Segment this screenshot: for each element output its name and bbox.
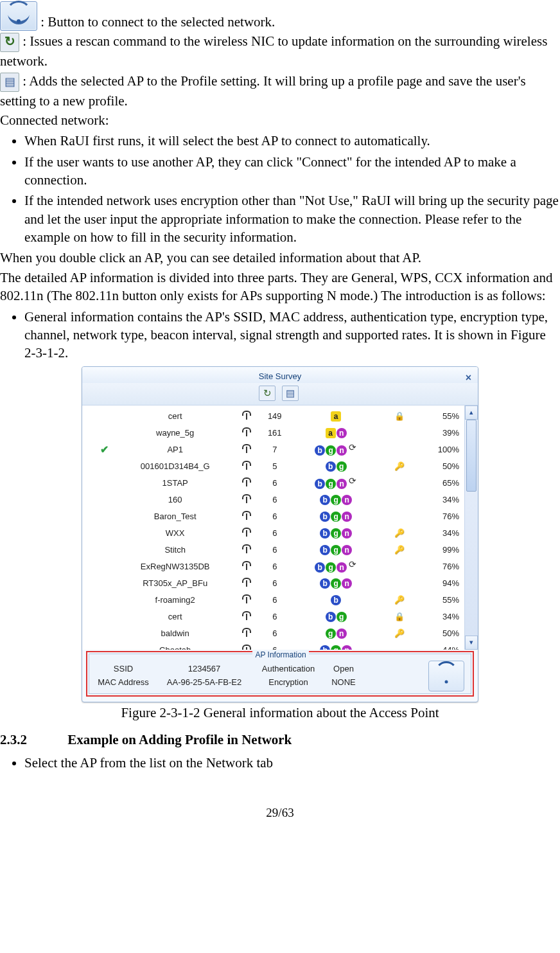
mode-g-badge: g: [331, 645, 341, 650]
ap-signal: 76%: [417, 558, 462, 575]
auth-label: Authentication: [256, 663, 320, 675]
ap-row[interactable]: Baron_Test6bgn76%: [94, 508, 462, 525]
scrollbar[interactable]: ▴ ▾: [464, 405, 478, 650]
antenna-icon: [242, 477, 251, 486]
ap-ssid: Baron_Test: [115, 508, 235, 525]
ap-channel: 6: [258, 525, 292, 542]
ap-signal: 55%: [417, 408, 462, 425]
ap-modes: bgn: [292, 492, 381, 508]
antenna-icon: [242, 645, 251, 650]
ap-row[interactable]: Cheetah6bgn44%: [94, 642, 462, 650]
page-number: 29/63: [0, 805, 560, 821]
section-bullet-item: Select the AP from the list on the Netwo…: [24, 754, 560, 772]
window-titlebar: Site Survey ×: [82, 367, 478, 384]
ap-ssid: Cheetah: [115, 642, 235, 650]
ap-information-panel: AP Information SSID 1234567 Authenticati…: [89, 654, 471, 694]
ap-signal: 94%: [417, 575, 462, 592]
connected-network-bullets: When RaUI first runs, it will select the…: [0, 132, 560, 246]
ap-ssid: AP1: [115, 441, 235, 458]
mode-g-badge: g: [331, 578, 341, 589]
section-title: Example on Adding Profile in Network: [67, 732, 292, 747]
ap-channel: 161: [258, 425, 292, 441]
ap-modes: bgn: [292, 575, 381, 592]
toolbar-add-profile-button[interactable]: ▤: [282, 386, 299, 401]
antenna-icon: [242, 528, 251, 537]
scroll-thumb[interactable]: [466, 420, 477, 492]
ssid-label: SSID: [94, 663, 152, 675]
ap-security: 🔒: [381, 609, 417, 625]
ap-row[interactable]: ✔AP17bgn100%: [94, 441, 462, 458]
mode-b-badge: b: [320, 578, 330, 589]
general-info-item: General information contains the AP's SS…: [24, 308, 560, 362]
ap-row[interactable]: wayne_5g161an39%: [94, 425, 462, 441]
enc-value: NONE: [324, 677, 363, 688]
section-number: 2.3.2: [0, 731, 64, 749]
enc-label: Encryption: [256, 677, 320, 688]
general-info-bullet: General information contains the AP's SS…: [0, 308, 560, 362]
ap-ssid: RT305x_AP_BFu: [115, 575, 235, 592]
ap-signal: 44%: [417, 642, 462, 650]
mode-g-badge: g: [331, 512, 341, 522]
ap-row[interactable]: ExRegNW3135DB6bgn76%: [94, 558, 462, 575]
ap-ssid: baldwin: [115, 625, 235, 642]
ap-security: [381, 475, 417, 492]
toolbar: ↻ ▤: [82, 383, 478, 405]
ap-security: [381, 642, 417, 650]
ap-row[interactable]: f-roaming26b🔑55%: [94, 592, 462, 609]
antenna-icon: [242, 544, 251, 553]
antenna-icon: [242, 594, 251, 603]
mode-b-badge: b: [326, 612, 336, 622]
ap-modes: bgn: [292, 558, 381, 575]
ap-channel: 6: [258, 642, 292, 650]
add-profile-desc: : Adds the selected AP to the Profile se…: [0, 73, 526, 109]
ap-security: 🔑: [381, 458, 417, 475]
ap-row[interactable]: 1606bgn34%: [94, 492, 462, 508]
ap-modes: a: [292, 408, 381, 425]
ap-modes: an: [292, 425, 381, 441]
key-icon: 🔑: [394, 628, 405, 638]
ap-security: [381, 492, 417, 508]
ap-row[interactable]: 001601D314B4_G5bg🔑50%: [94, 458, 462, 475]
connected-bullet-item: If the user wants to use another AP, the…: [24, 153, 560, 190]
ap-modes: bgn: [292, 508, 381, 525]
close-button[interactable]: ×: [466, 371, 471, 385]
ap-modes: bg: [292, 458, 381, 475]
connected-network-label: Connected network:: [0, 111, 560, 129]
wps-icon: [349, 561, 358, 570]
scroll-up-button[interactable]: ▴: [465, 405, 478, 420]
ap-channel: 6: [258, 592, 292, 609]
ap-ssid: cert: [115, 408, 235, 425]
ap-row[interactable]: Stitch6bgn🔑99%: [94, 542, 462, 558]
mode-n-badge: n: [337, 428, 347, 438]
scroll-down-button[interactable]: ▾: [465, 636, 478, 650]
ap-signal: 39%: [417, 425, 462, 441]
connected-bullet-item: If the intended network uses encryption …: [24, 191, 560, 246]
antenna-icon: [242, 578, 251, 587]
key-icon: 🔑: [394, 595, 405, 605]
window-title: Site Survey: [259, 371, 301, 381]
ap-channel: 6: [258, 492, 292, 508]
ap-modes: bgn: [292, 441, 381, 458]
ap-list[interactable]: cert149a🔒55%wayne_5g161an39%✔AP17bgn100%…: [94, 408, 462, 650]
ap-row[interactable]: RT305x_AP_BFu6bgn94%: [94, 575, 462, 592]
antenna-icon: [242, 628, 251, 637]
mode-g-badge: g: [331, 528, 341, 539]
ap-channel: 6: [258, 609, 292, 625]
ap-modes: bgn: [292, 642, 381, 650]
mode-n-badge: n: [337, 562, 347, 573]
antenna-icon: [242, 611, 251, 620]
section-heading: 2.3.2 Example on Adding Profile in Netwo…: [0, 731, 560, 749]
mode-n-badge: n: [342, 645, 352, 650]
ap-row[interactable]: cert6bg🔒34%: [94, 609, 462, 625]
ap-row[interactable]: baldwin6gn🔑50%: [94, 625, 462, 642]
ap-info-connect-button[interactable]: [428, 661, 464, 691]
ap-signal: 34%: [417, 492, 462, 508]
add-profile-icon: [0, 73, 19, 92]
ap-row[interactable]: WXX6bgn🔑34%: [94, 525, 462, 542]
toolbar-rescan-button[interactable]: ↻: [259, 386, 276, 401]
ap-row[interactable]: cert149a🔒55%: [94, 408, 462, 425]
auth-value: Open: [324, 663, 363, 675]
antenna-icon: [242, 444, 251, 453]
mode-n-badge: n: [342, 512, 352, 522]
ap-row[interactable]: 1STAP6bgn65%: [94, 475, 462, 492]
